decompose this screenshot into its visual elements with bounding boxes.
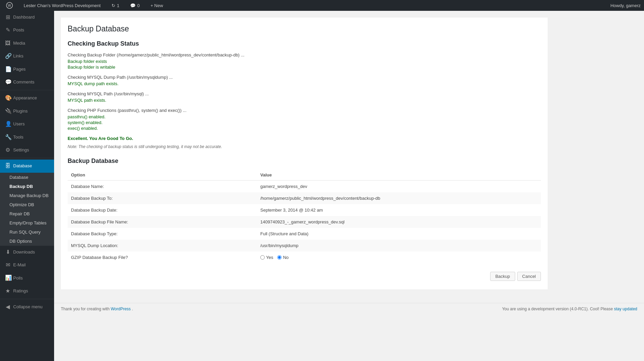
sidebar-label-media: Media (13, 40, 25, 46)
sidebar-label-collapse: Collapse menu (13, 304, 43, 310)
database-submenu: Database Backup DB Manage Backup DB Opti… (0, 173, 54, 246)
svg-text:W: W (8, 4, 11, 7)
new-content-item[interactable]: + New (148, 0, 166, 11)
database-icon: 🗄 (5, 162, 10, 170)
cancel-button[interactable]: Cancel (517, 272, 541, 281)
table-row: MYSQL Dump Location: /usr/bin/mysqldump (68, 240, 541, 251)
wp-logo-item[interactable]: W (3, 0, 16, 11)
option-db-backup-date: Database Backup Date: (68, 204, 257, 216)
submenu-item-manage-backup-db[interactable]: Manage Backup DB (0, 191, 54, 200)
status-ok-3a: MYSQL path exists. (68, 98, 541, 103)
users-icon: 👤 (5, 120, 10, 128)
sidebar-item-settings[interactable]: ⚙ Settings (0, 144, 54, 157)
submenu-item-database[interactable]: Database (0, 173, 54, 182)
sidebar-label-dashboard: Dashboard (13, 14, 35, 20)
option-gzip: GZIP Database Backup File? (68, 251, 257, 263)
sidebar-item-dashboard[interactable]: ⊞ Dashboard (0, 11, 54, 24)
plugins-icon: 🔌 (5, 107, 10, 115)
sidebar-item-email[interactable]: ✉ E-Mail (0, 259, 54, 271)
footer-dev-notice: You are using a development version (4.0… (502, 307, 613, 311)
sidebar-label-email: E-Mail (13, 262, 26, 268)
submenu-item-repair-db[interactable]: Repair DB (0, 209, 54, 218)
submenu-item-empty-drop-tables[interactable]: Empty/Drop Tables (0, 218, 54, 227)
comments-item[interactable]: 💬 0 (127, 0, 142, 11)
submenu-item-db-options[interactable]: DB Options (0, 237, 54, 246)
status-group-mysql-dump: Checking MYSQL Dump Path (/usr/bin/mysql… (68, 75, 541, 86)
value-db-backup-filename: 1409740923_-_gamerz_wordpress_dev.sql (257, 216, 541, 228)
comments-menu-icon: 💬 (5, 78, 10, 86)
updates-icon: ↻ (112, 3, 115, 8)
sidebar-item-links[interactable]: 🔗 Links (0, 50, 54, 63)
sidebar-label-appearance: Appearance (13, 95, 37, 101)
gzip-no-label[interactable]: No (277, 255, 289, 260)
sidebar-item-comments[interactable]: 💬 Comments (0, 76, 54, 89)
status-group-php-functions: Checking PHP Functions (passthru(), syst… (68, 108, 541, 131)
gzip-radio-group: Yes No (260, 255, 538, 260)
comments-icon: 💬 (130, 3, 136, 8)
check-line-4: Checking PHP Functions (passthru(), syst… (68, 108, 541, 113)
backup-button[interactable]: Backup (490, 272, 515, 281)
sidebar-item-posts[interactable]: ✎ Posts (0, 24, 54, 37)
excellent-message: Excellent. You Are Good To Go. (68, 136, 541, 141)
gzip-no-radio[interactable] (277, 255, 282, 260)
links-icon: 🔗 (5, 52, 10, 60)
value-db-name: gamerz_wordpress_dev (257, 180, 541, 193)
sidebar-item-media[interactable]: 🖼 Media (0, 37, 54, 50)
updates-item[interactable]: ↻ 1 (109, 0, 122, 11)
downloads-icon: ⬇ (5, 248, 10, 256)
gzip-yes-label[interactable]: Yes (260, 255, 273, 260)
footer-stay-updated-link[interactable]: stay updated (614, 307, 637, 311)
checking-status-title: Checking Backup Status (68, 40, 541, 47)
sidebar-item-users[interactable]: 👤 Users (0, 118, 54, 130)
submenu-item-backup-db[interactable]: Backup DB (0, 182, 54, 191)
footer-left: Thank you for creating with WordPress . (61, 307, 133, 311)
status-section: Checking Backup Folder (/home/gamerz/pub… (68, 52, 541, 149)
sidebar-item-database[interactable]: 🗄 Database (0, 160, 54, 172)
option-db-name: Database Name: (68, 180, 257, 193)
sidebar-item-collapse[interactable]: ◀ Collapse menu (0, 300, 54, 313)
table-row: Database Backup Type: Full (Structure an… (68, 228, 541, 240)
updates-count: 1 (117, 3, 119, 8)
sidebar-item-tools[interactable]: 🔧 Tools (0, 131, 54, 144)
status-ok-4b: system() enabled. (68, 120, 541, 125)
option-db-backup-type: Database Backup Type: (68, 228, 257, 240)
sidebar-item-pages[interactable]: 📄 Pages (0, 63, 54, 76)
site-name-item[interactable]: Lester Chan's WordPress Development (21, 0, 103, 11)
submenu-item-run-sql-query[interactable]: Run SQL Query (0, 227, 54, 237)
status-note: Note: The checking of backup status is s… (68, 144, 541, 149)
sidebar-item-polls[interactable]: 📊 Polls (0, 271, 54, 284)
submenu-item-optimize-db[interactable]: Optimize DB (0, 200, 54, 209)
footer-wordpress-link[interactable]: WordPress (111, 307, 132, 311)
sidebar-item-downloads[interactable]: ⬇ Downloads (0, 246, 54, 259)
submenu-label-optimize-db: Optimize DB (9, 202, 34, 207)
status-group-mysql-path: Checking MYSQL Path (/usr/bin/mysql) ...… (68, 91, 541, 103)
tools-icon: 🔧 (5, 134, 10, 141)
sidebar-item-ratings[interactable]: ★ Ratings (0, 285, 54, 297)
sidebar-label-tools: Tools (13, 134, 23, 140)
submenu-label-empty-drop-tables: Empty/Drop Tables (9, 220, 47, 225)
sidebar-item-plugins[interactable]: 🔌 Plugins (0, 105, 54, 118)
content-wrap: Backup Database Checking Backup Status C… (61, 18, 548, 289)
gzip-yes-radio[interactable] (260, 255, 265, 260)
sidebar-label-database: Database (13, 163, 32, 169)
sidebar-item-appearance[interactable]: 🎨 Appearance (0, 92, 54, 104)
status-ok-1a: Backup folder exists (68, 59, 541, 64)
gzip-yes-text: Yes (266, 255, 273, 260)
submenu-label-run-sql-query: Run SQL Query (9, 230, 41, 235)
submenu-label-repair-db: Repair DB (9, 211, 30, 216)
table-row: Database Backup To: /home/gamerz/public_… (68, 192, 541, 204)
status-ok-4c: exec() enabled. (68, 126, 541, 131)
sidebar-label-links: Links (13, 53, 23, 59)
sidebar-label-users: Users (13, 121, 25, 127)
value-db-backup-date: September 3, 2014 @ 10:42 am (257, 204, 541, 216)
col-header-value: Value (257, 170, 541, 180)
sidebar-label-ratings: Ratings (13, 288, 28, 294)
status-group-backup-folder: Checking Backup Folder (/home/gamerz/pub… (68, 52, 541, 70)
site-name: Lester Chan's WordPress Development (24, 3, 101, 8)
email-icon: ✉ (5, 261, 10, 269)
admin-sidebar: ⊞ Dashboard ✎ Posts 🖼 Media 🔗 Links 📄 Pa… (0, 11, 54, 361)
form-buttons: Backup Cancel (68, 268, 541, 283)
settings-icon: ⚙ (5, 146, 10, 154)
comments-count: 0 (137, 3, 140, 8)
posts-icon: ✎ (5, 26, 10, 34)
